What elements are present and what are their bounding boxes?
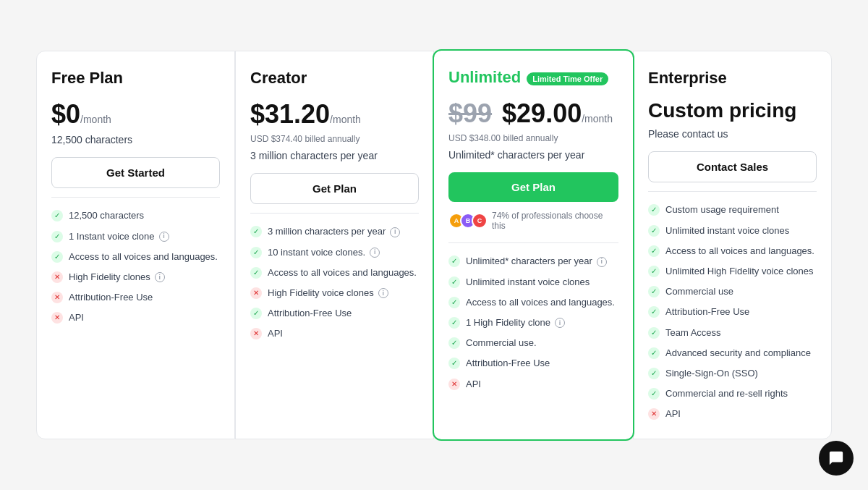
feature-text: API xyxy=(665,407,681,421)
feature-label: Attribution-Free Use xyxy=(69,291,153,304)
feature-label: 1 Instant voice clone xyxy=(69,230,155,243)
cta-button-enterprise[interactable]: Contact Sales xyxy=(648,151,817,182)
cta-button-unlimited[interactable]: Get Plan xyxy=(448,172,618,202)
feature-label: Attribution-Free Use xyxy=(466,357,550,370)
feature-check-icon: ✕ xyxy=(51,312,63,324)
price-area-unlimited: $99 $29.00/month xyxy=(448,98,618,129)
feature-text: 1 Instant voice clonei xyxy=(69,230,169,243)
feature-label: 12,500 characters xyxy=(69,209,144,222)
feature-check-icon: ✓ xyxy=(51,210,63,221)
limited-badge: Limited Time Offer xyxy=(527,72,608,85)
feature-item: ✓ Access to all voices and languages. xyxy=(448,296,618,309)
feature-label: Unlimited instant voice clones xyxy=(466,276,590,289)
feature-item: ✓ 12,500 characters xyxy=(51,209,220,222)
feature-label: 10 instant voice clones. xyxy=(268,246,365,259)
info-icon[interactable]: i xyxy=(370,248,380,258)
feature-label: Team Access xyxy=(665,326,721,339)
characters-label-free: 12,500 characters xyxy=(51,134,220,145)
feature-list-creator: ✓ 3 million characters per yeari ✓ 10 in… xyxy=(250,225,419,340)
feature-item: ✓ Unlimited High Fidelity voice clones xyxy=(648,265,817,278)
feature-text: Access to all voices and languages. xyxy=(466,296,615,309)
feature-label: 3 million characters per year xyxy=(268,225,386,238)
info-icon[interactable]: i xyxy=(378,288,388,298)
feature-check-icon: ✓ xyxy=(648,327,660,339)
cta-button-free[interactable]: Get Started xyxy=(51,157,220,188)
social-proof: ABC74% of professionals choose this xyxy=(448,211,618,231)
characters-label-enterprise: Please contact us xyxy=(648,128,817,140)
feature-item: ✓ Attribution-Free Use xyxy=(648,305,817,318)
plan-card-creator: Creator$31.20/monthUSD $374.40 billed an… xyxy=(235,51,434,439)
feature-label: Advanced security and compliance xyxy=(665,347,811,360)
feature-text: Commercial and re-sell rights xyxy=(665,387,788,400)
feature-label: Single-Sign-On (SSO) xyxy=(665,367,758,380)
feature-item: ✓ Access to all voices and languages. xyxy=(51,250,220,263)
feature-check-icon: ✓ xyxy=(448,358,460,369)
price-discounted: $29.00 xyxy=(495,98,582,128)
feature-check-icon: ✓ xyxy=(448,337,460,349)
pricing-grid: Free Plan$0/month12,500 charactersGet St… xyxy=(36,51,832,439)
feature-item: ✕ API xyxy=(448,378,618,391)
feature-item: ✓ Attribution-Free Use xyxy=(448,357,618,370)
feature-check-icon: ✕ xyxy=(51,292,63,303)
feature-item: ✕ Attribution-Free Use xyxy=(51,291,220,304)
chat-button[interactable] xyxy=(819,441,854,476)
feature-text: 10 instant voice clones.i xyxy=(268,246,380,259)
feature-text: Single-Sign-On (SSO) xyxy=(665,367,758,380)
feature-label: Attribution-Free Use xyxy=(665,305,749,318)
avatar-2: C xyxy=(472,213,488,229)
feature-check-icon: ✓ xyxy=(648,245,660,257)
info-icon[interactable]: i xyxy=(390,227,400,237)
divider xyxy=(51,197,220,198)
feature-text: Unlimited instant voice clones xyxy=(466,276,590,289)
feature-label: Access to all voices and languages. xyxy=(665,245,814,258)
characters-label-creator: 3 million characters per year xyxy=(250,150,419,161)
feature-text: Access to all voices and languages. xyxy=(69,250,218,263)
info-icon[interactable]: i xyxy=(159,232,169,242)
plan-name-enterprise: Enterprise xyxy=(648,69,817,88)
feature-text: Unlimited instant voice clones xyxy=(665,224,789,237)
feature-check-icon: ✕ xyxy=(250,328,262,339)
info-icon[interactable]: i xyxy=(155,272,165,282)
feature-label: API xyxy=(466,378,481,391)
feature-text: Unlimited High Fidelity voice clones xyxy=(665,265,813,278)
feature-item: ✓ Unlimited instant voice clones xyxy=(648,224,817,237)
info-icon[interactable]: i xyxy=(597,257,607,267)
divider xyxy=(250,213,419,214)
feature-check-icon: ✓ xyxy=(448,317,460,329)
feature-item: ✓ Single-Sign-On (SSO) xyxy=(648,367,817,380)
feature-label: Unlimited* characters per year xyxy=(466,255,592,268)
feature-label: Custom usage requirement xyxy=(665,203,779,216)
feature-check-icon: ✓ xyxy=(648,388,660,400)
feature-text: 3 million characters per yeari xyxy=(268,225,400,238)
feature-check-icon: ✓ xyxy=(250,267,262,279)
feature-text: 1 High Fidelity clonei xyxy=(466,316,565,329)
plan-card-free: Free Plan$0/month12,500 charactersGet St… xyxy=(36,51,235,439)
feature-label: Access to all voices and languages. xyxy=(466,296,615,309)
feature-label: Commercial use xyxy=(665,285,733,298)
custom-price-label: Custom pricing xyxy=(648,99,817,122)
feature-label: High Fidelity voice clones xyxy=(268,287,374,300)
feature-item: ✓ 1 Instant voice clonei xyxy=(51,230,220,243)
info-icon[interactable]: i xyxy=(555,318,565,328)
price-area-free: $0/month xyxy=(51,99,220,130)
feature-item: ✓ Commercial use. xyxy=(448,337,618,350)
feature-item: ✓ 3 million characters per yeari xyxy=(250,225,419,238)
feature-text: Attribution-Free Use xyxy=(268,307,352,320)
feature-list-unlimited: ✓ Unlimited* characters per yeari ✓ Unli… xyxy=(448,255,618,390)
cta-button-creator[interactable]: Get Plan xyxy=(250,173,419,204)
social-proof-text: 74% of professionals choose this xyxy=(492,211,618,231)
feature-item: ✓ 1 High Fidelity clonei xyxy=(448,316,618,329)
feature-text: Access to all voices and languages. xyxy=(268,266,417,279)
plan-card-enterprise: EnterpriseCustom pricingPlease contact u… xyxy=(633,51,832,439)
feature-text: API xyxy=(69,311,84,324)
feature-item: ✓ Commercial and re-sell rights xyxy=(648,387,817,400)
divider xyxy=(648,191,817,192)
feature-item: ✓ Advanced security and compliance xyxy=(648,347,817,360)
price-sub: USD $374.40 billed annually xyxy=(250,134,419,144)
feature-check-icon: ✓ xyxy=(648,306,660,318)
feature-label: High Fidelity clones xyxy=(69,271,150,284)
feature-text: Commercial use. xyxy=(466,337,537,350)
feature-check-icon: ✓ xyxy=(51,231,63,242)
feature-check-icon: ✓ xyxy=(448,255,460,267)
feature-check-icon: ✓ xyxy=(250,308,262,319)
